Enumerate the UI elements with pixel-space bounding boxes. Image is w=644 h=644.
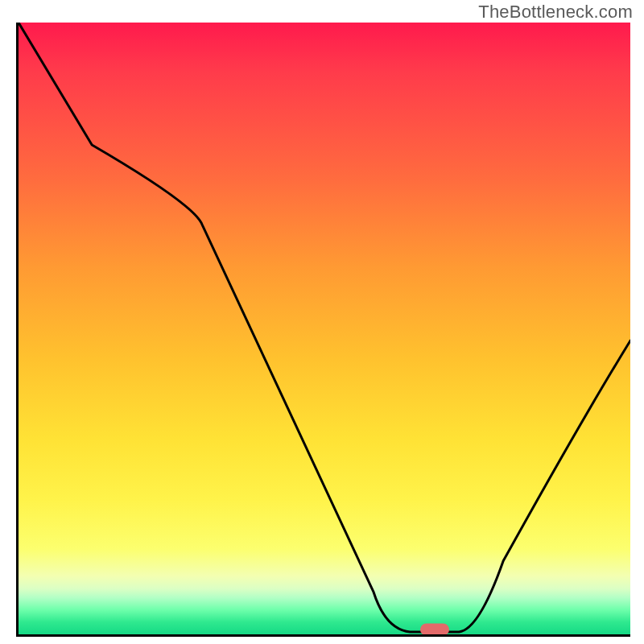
curve-svg bbox=[19, 23, 630, 634]
optimum-marker bbox=[420, 624, 449, 636]
plot-area bbox=[16, 23, 630, 637]
watermark-text: TheBottleneck.com bbox=[478, 2, 633, 23]
bottleneck-curve bbox=[19, 23, 630, 632]
chart-container: TheBottleneck.com bbox=[0, 0, 644, 644]
